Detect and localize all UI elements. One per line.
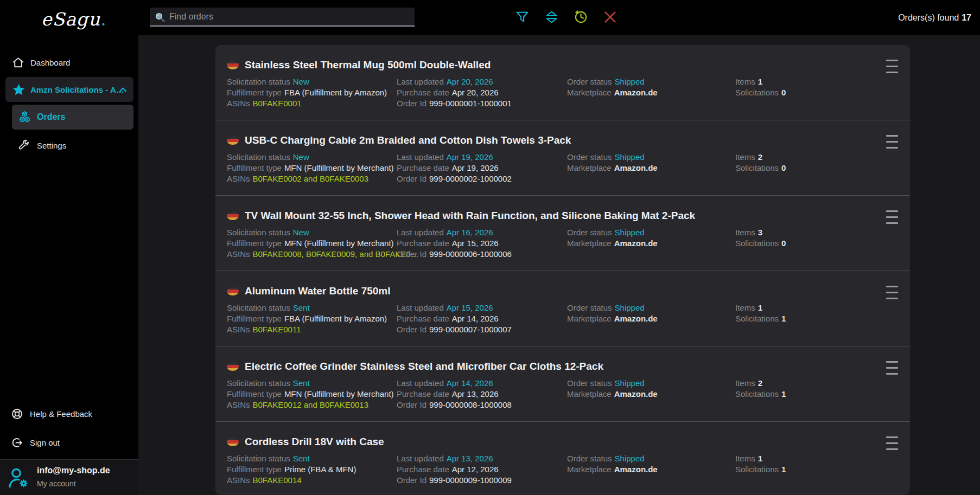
fulfillment-type-value: Prime (FBA & MFN) <box>284 465 357 474</box>
chevron-up-icon <box>119 87 127 93</box>
field-label: Last updated <box>397 152 444 162</box>
field-label: Purchase date <box>397 239 449 248</box>
items-value: 1 <box>758 303 762 312</box>
field-label: Solicitation status <box>227 378 290 388</box>
field-label: Last updated <box>397 378 444 388</box>
sidebar-item-help-feedback[interactable]: Help & Feedback <box>0 404 138 423</box>
sidebar-item-label: Settings <box>37 141 66 150</box>
history-button[interactable] <box>573 9 588 24</box>
field-label: ASINs <box>227 400 250 409</box>
order-status-value: Shipped <box>615 303 645 312</box>
germany-flag-icon <box>227 287 239 295</box>
last-updated-value: Apr 20, 2026 <box>447 77 493 86</box>
solicitations-value: 0 <box>781 88 786 97</box>
sidebar-item-label: Help & Feedback <box>30 409 92 419</box>
sidebar-item-orders[interactable]: Orders <box>12 105 133 130</box>
order-row: Electric Coffee Grinder Stainless Steel … <box>215 346 910 422</box>
field-label: Items <box>735 303 755 312</box>
marketplace-value: Amazon.de <box>614 239 658 248</box>
row-menu-icon[interactable] <box>886 436 898 450</box>
my-account[interactable]: info@my-shop.de My account <box>0 460 138 495</box>
history-icon <box>573 9 588 24</box>
sidebar-item-dashboard[interactable]: Dashboard <box>0 53 138 72</box>
field-label: Solicitations <box>735 239 779 248</box>
fulfillment-type-value: MFN (Fulfillment by Merchant) <box>284 239 394 248</box>
filter-button[interactable] <box>514 9 530 24</box>
germany-flag-icon <box>227 438 239 446</box>
sidebar-item-label: Dashboard <box>30 58 70 67</box>
row-menu-icon[interactable] <box>886 210 898 224</box>
field-label: Items <box>735 228 755 237</box>
marketplace-value: Amazon.de <box>614 163 658 172</box>
sidebar: eSagu. Dashboard Amzn Solicitations - A… <box>0 0 138 495</box>
last-updated-value: Apr 16, 2026 <box>447 228 493 237</box>
field-label: ASINs <box>227 174 250 183</box>
sort-button[interactable] <box>544 9 559 24</box>
germany-flag-icon <box>227 136 239 145</box>
order-id-value: 999-0000008-1000008 <box>429 400 512 409</box>
field-label: Order Id <box>397 99 427 108</box>
order-row: Stainless Steel Thermal Mug 500ml Double… <box>215 45 910 120</box>
clear-button[interactable] <box>602 9 618 24</box>
order-title: Cordless Drill 18V with Case <box>245 436 384 448</box>
field-label: Purchase date <box>397 314 449 323</box>
field-label: Items <box>735 152 755 162</box>
sidebar-item-label: Amzn Solicitations - A… <box>30 85 124 94</box>
solicitations-value: 0 <box>781 239 786 248</box>
solicitation-status-value: New <box>293 228 309 237</box>
germany-flag-icon <box>227 362 239 371</box>
field-label: ASINs <box>227 249 250 259</box>
field-label: Order Id <box>397 174 427 183</box>
field-label: Order Id <box>397 475 427 485</box>
order-row: Aluminum Water Bottle 750ml Solicitation… <box>215 271 910 346</box>
field-label: Order status <box>567 152 612 162</box>
field-label: Marketplace <box>567 239 612 248</box>
row-menu-icon[interactable] <box>886 135 898 149</box>
order-title: Stainless Steel Thermal Mug 500ml Double… <box>245 59 491 71</box>
asins-value: B0FAKE0014 <box>253 475 302 485</box>
field-label: Solicitation status <box>227 228 290 237</box>
order-title: Electric Coffee Grinder Stainless Steel … <box>245 361 603 372</box>
row-menu-icon[interactable] <box>886 60 898 73</box>
solicitation-status-value: Sent <box>293 454 310 463</box>
items-value: 1 <box>758 454 762 463</box>
items-value: 2 <box>758 378 762 388</box>
purchase-date-value: Apr 15, 2026 <box>452 239 499 248</box>
field-label: Marketplace <box>567 314 612 323</box>
field-label: Purchase date <box>397 88 449 97</box>
field-label: Fulfillment type <box>227 389 282 398</box>
fulfillment-type-value: MFN (Fulfillment by Merchant) <box>284 389 394 398</box>
row-menu-icon[interactable] <box>886 361 898 375</box>
solicitations-value: 1 <box>781 465 786 474</box>
field-label: Last updated <box>397 303 444 312</box>
field-label: Last updated <box>397 454 444 463</box>
field-label: Marketplace <box>567 389 612 398</box>
row-menu-icon[interactable] <box>886 286 898 299</box>
sidebar-item-sign-out[interactable]: Sign out <box>0 433 138 452</box>
sidebar-item-settings[interactable]: Settings <box>0 136 138 155</box>
marketplace-value: Amazon.de <box>614 314 658 323</box>
sidebar-item-label: Orders <box>37 112 65 122</box>
account-label: My account <box>37 479 76 488</box>
field-label: Solicitations <box>735 163 779 172</box>
asins-value: B0FAKE0001 <box>253 99 302 108</box>
field-label: Last updated <box>397 228 444 237</box>
field-label: Fulfillment type <box>227 465 282 474</box>
order-row: USB-C Charging Cable 2m Braided and Cott… <box>215 120 910 196</box>
field-label: Marketplace <box>567 88 612 97</box>
order-id-value: 999-0000006-1000006 <box>429 249 512 259</box>
star-icon <box>12 83 26 97</box>
search-input[interactable] <box>150 8 415 25</box>
sidebar-item-amzn-solicitations[interactable]: Amzn Solicitations - A… <box>5 77 133 102</box>
field-label: ASINs <box>227 475 250 485</box>
orders-list: Stainless Steel Thermal Mug 500ml Double… <box>215 45 910 495</box>
order-status-value: Shipped <box>615 378 645 388</box>
order-title: TV Wall Mount 32-55 Inch, Shower Head wi… <box>245 210 695 222</box>
order-status-value: Shipped <box>615 77 645 86</box>
field-label: Solicitation status <box>227 77 290 86</box>
top-bar: Orders(s) found17 <box>0 0 980 35</box>
purchase-date-value: Apr 12, 2026 <box>452 465 499 474</box>
order-id-value: 999-0000001-1000001 <box>429 99 512 108</box>
last-updated-value: Apr 14, 2026 <box>447 378 493 388</box>
germany-flag-icon <box>227 61 239 69</box>
